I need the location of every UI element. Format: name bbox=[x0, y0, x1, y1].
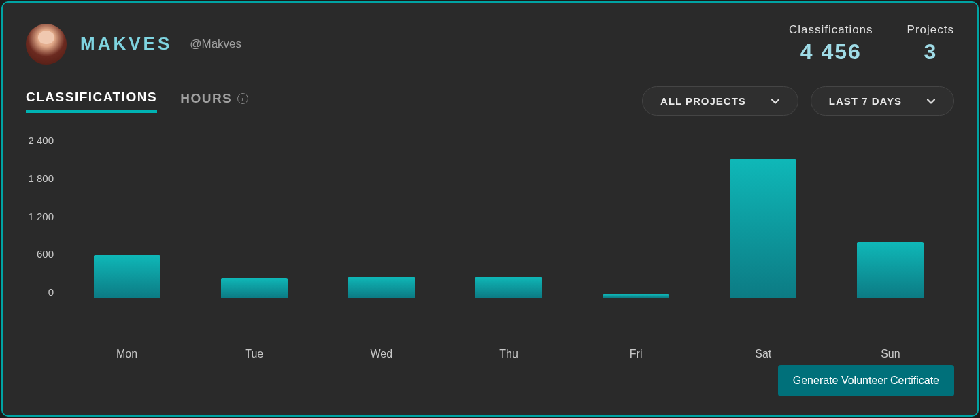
x-axis: MonTueWedThuFriSatSun bbox=[63, 348, 954, 360]
chart: 2 4001 8001 2006000 bbox=[26, 135, 954, 338]
summary-stats: Classifications 4 456 Projects 3 bbox=[789, 23, 954, 65]
chart-plot bbox=[63, 135, 954, 298]
projects-dropdown-label: ALL PROJECTS bbox=[660, 95, 746, 107]
x-tick: Fri bbox=[573, 348, 700, 360]
display-name: MAKVES bbox=[80, 33, 172, 54]
stat-classifications-label: Classifications bbox=[789, 23, 873, 37]
chevron-down-icon bbox=[771, 97, 780, 106]
bar-mon[interactable] bbox=[94, 255, 160, 298]
stat-projects: Projects 3 bbox=[907, 23, 954, 65]
x-tick: Sat bbox=[700, 348, 827, 360]
chevron-down-icon bbox=[926, 97, 936, 106]
filter-group: ALL PROJECTS LAST 7 DAYS bbox=[642, 86, 954, 116]
bar-column bbox=[445, 135, 572, 298]
stat-classifications: Classifications 4 456 bbox=[789, 23, 873, 65]
profile-block: MAKVES @Makves bbox=[26, 24, 241, 65]
tab-hours[interactable]: HOURS i bbox=[180, 91, 248, 111]
bar-wed[interactable] bbox=[348, 277, 415, 298]
range-dropdown-label: LAST 7 DAYS bbox=[829, 95, 902, 107]
bar-column bbox=[700, 135, 827, 298]
x-tick: Tue bbox=[190, 348, 318, 360]
bar-fri[interactable] bbox=[603, 294, 669, 298]
y-tick: 0 bbox=[26, 286, 54, 298]
y-tick: 1 800 bbox=[26, 173, 54, 184]
stat-projects-value: 3 bbox=[907, 39, 954, 65]
bar-column bbox=[63, 135, 190, 298]
y-tick: 2 400 bbox=[26, 135, 54, 146]
bar-column bbox=[573, 135, 700, 298]
projects-dropdown[interactable]: ALL PROJECTS bbox=[642, 86, 798, 116]
stat-classifications-value: 4 456 bbox=[789, 39, 873, 65]
tab-classifications[interactable]: CLASSIFICATIONS bbox=[26, 90, 157, 113]
stats-panel: MAKVES @Makves Classifications 4 456 Pro… bbox=[1, 1, 979, 417]
bar-column bbox=[827, 135, 954, 298]
bar-column bbox=[190, 135, 318, 298]
bar-thu[interactable] bbox=[475, 277, 542, 298]
bar-tue[interactable] bbox=[221, 278, 288, 298]
range-dropdown[interactable]: LAST 7 DAYS bbox=[811, 86, 954, 116]
bar-sat[interactable] bbox=[730, 159, 796, 298]
x-tick: Wed bbox=[318, 348, 445, 360]
x-tick: Sun bbox=[827, 348, 954, 360]
y-tick: 600 bbox=[26, 248, 54, 260]
x-tick: Mon bbox=[63, 348, 190, 360]
user-handle: @Makves bbox=[190, 37, 241, 51]
tab-classifications-label: CLASSIFICATIONS bbox=[26, 90, 157, 105]
footer: Generate Volunteer Certificate bbox=[778, 365, 954, 396]
info-icon[interactable]: i bbox=[237, 93, 248, 104]
x-tick: Thu bbox=[445, 348, 572, 360]
y-tick: 1 200 bbox=[26, 211, 54, 222]
bar-column bbox=[318, 135, 445, 298]
bar-sun[interactable] bbox=[857, 242, 924, 298]
y-axis: 2 4001 8001 2006000 bbox=[26, 135, 63, 298]
header-row: MAKVES @Makves Classifications 4 456 Pro… bbox=[26, 23, 954, 65]
tabs-row: CLASSIFICATIONS HOURS i ALL PROJECTS LAS… bbox=[26, 86, 954, 116]
stat-projects-label: Projects bbox=[907, 23, 954, 37]
tab-group: CLASSIFICATIONS HOURS i bbox=[26, 90, 248, 113]
avatar[interactable] bbox=[26, 24, 67, 65]
tab-hours-label: HOURS bbox=[180, 91, 232, 106]
generate-certificate-button[interactable]: Generate Volunteer Certificate bbox=[778, 365, 954, 396]
